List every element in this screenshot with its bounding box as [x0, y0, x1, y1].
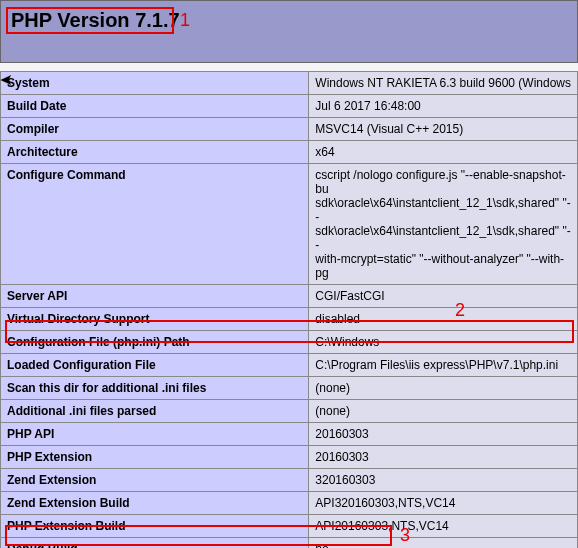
table-row: Build DateJul 6 2017 16:48:00: [1, 95, 578, 118]
table-row: PHP Extension BuildAPI20160303,NTS,VC14: [1, 515, 578, 538]
table-row: Server APICGI/FastCGI: [1, 285, 578, 308]
config-key: Zend Extension: [1, 469, 309, 492]
page-title: PHP Version 7.1.7: [11, 9, 180, 32]
config-key: Architecture: [1, 141, 309, 164]
table-row: Debug Buildno: [1, 538, 578, 549]
config-key: Debug Build: [1, 538, 309, 549]
config-value: cscript /nologo configure.js "--enable-s…: [309, 164, 578, 285]
table-row: Scan this dir for additional .ini files(…: [1, 377, 578, 400]
config-key: Additional .ini files parsed: [1, 400, 309, 423]
config-key: Configure Command: [1, 164, 309, 285]
config-key: Server API: [1, 285, 309, 308]
table-row: CompilerMSVC14 (Visual C++ 2015): [1, 118, 578, 141]
config-key: Configuration File (php.ini) Path: [1, 331, 309, 354]
config-value: Windows NT RAKIETA 6.3 build 9600 (Windo…: [309, 72, 578, 95]
table-row: Configure Commandcscript /nologo configu…: [1, 164, 578, 285]
config-key: Build Date: [1, 95, 309, 118]
config-value: 20160303: [309, 423, 578, 446]
config-value: x64: [309, 141, 578, 164]
config-key: Zend Extension Build: [1, 492, 309, 515]
config-key: Compiler: [1, 118, 309, 141]
table-row: Configuration File (php.ini) PathC:\Wind…: [1, 331, 578, 354]
config-key: Loaded Configuration File: [1, 354, 309, 377]
table-row: Loaded Configuration FileC:\Program File…: [1, 354, 578, 377]
config-value: API20160303,NTS,VC14: [309, 515, 578, 538]
table-row: Zend Extension320160303: [1, 469, 578, 492]
config-key: Virtual Directory Support: [1, 308, 309, 331]
config-value: CGI/FastCGI: [309, 285, 578, 308]
config-key: PHP Extension Build: [1, 515, 309, 538]
config-key: System: [1, 72, 309, 95]
config-value: 320160303: [309, 469, 578, 492]
config-key: PHP API: [1, 423, 309, 446]
table-row: PHP Extension20160303: [1, 446, 578, 469]
config-key: Scan this dir for additional .ini files: [1, 377, 309, 400]
config-value: 20160303: [309, 446, 578, 469]
config-value: API320160303,NTS,VC14: [309, 492, 578, 515]
table-row: Virtual Directory Supportdisabled: [1, 308, 578, 331]
config-value: (none): [309, 400, 578, 423]
config-key: PHP Extension: [1, 446, 309, 469]
table-row: Zend Extension BuildAPI320160303,NTS,VC1…: [1, 492, 578, 515]
config-value: C:\Program Files\iis express\PHP\v7.1\ph…: [309, 354, 578, 377]
config-value: (none): [309, 377, 578, 400]
config-value: MSVC14 (Visual C++ 2015): [309, 118, 578, 141]
config-value: C:\Windows: [309, 331, 578, 354]
config-value: disabled: [309, 308, 578, 331]
phpinfo-table: SystemWindows NT RAKIETA 6.3 build 9600 …: [0, 71, 578, 548]
table-row: PHP API20160303: [1, 423, 578, 446]
table-row: SystemWindows NT RAKIETA 6.3 build 9600 …: [1, 72, 578, 95]
config-value: Jul 6 2017 16:48:00: [309, 95, 578, 118]
table-row: Architecturex64: [1, 141, 578, 164]
phpinfo-header: PHP Version 7.1.7: [0, 0, 578, 63]
table-row: Additional .ini files parsed(none): [1, 400, 578, 423]
config-value: no: [309, 538, 578, 549]
